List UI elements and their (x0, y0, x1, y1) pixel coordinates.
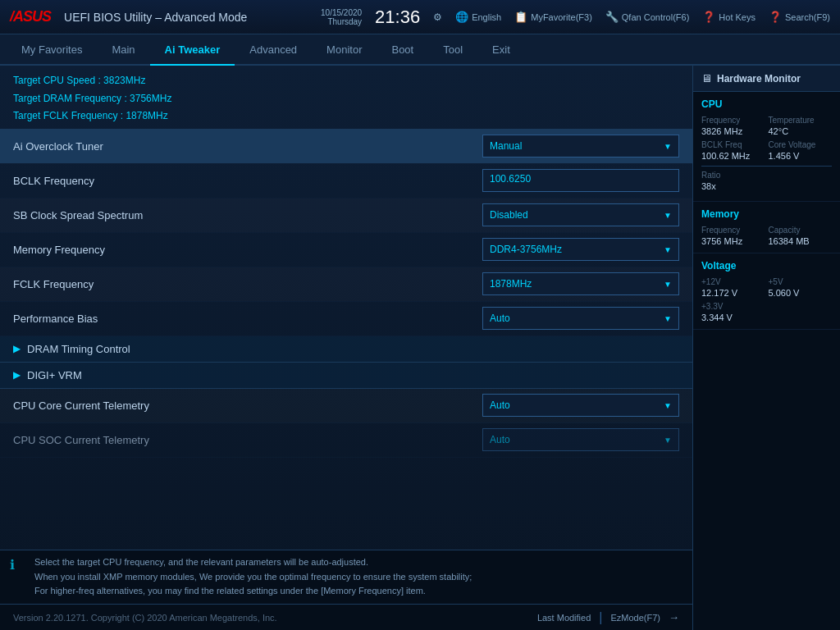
setting-label-cpu-soc-telemetry: CPU SOC Current Telemetry (13, 434, 482, 446)
perf-bias-select[interactable]: Auto ▼ (482, 307, 679, 330)
hw-cpu-temp-label: Temperature (769, 116, 833, 125)
hw-bclk-value: 100.62 MHz (701, 151, 765, 161)
memory-freq-dropdown[interactable]: DDR4-3756MHz ▼ (482, 238, 679, 261)
hw-12v-value: 12.172 V (701, 288, 765, 298)
footer-version: Version 2.20.1271. Copyright (C) 2020 Am… (13, 613, 277, 623)
settings-table: Ai Overclock Tuner Manual ▼ BCLK Frequen… (0, 130, 692, 550)
hardware-monitor-panel: 🖥 Hardware Monitor CPU Frequency 3826 MH… (692, 66, 840, 630)
qfan-button[interactable]: 🔧 Qfan Control(F6) (605, 11, 690, 23)
header-controls: 10/15/2020 Thursday 21:36 ⚙ 🌐 English 📋 … (321, 8, 830, 26)
hw-core-voltage-label: Core Voltage (769, 141, 833, 149)
dropdown-arrow-icon: ▼ (664, 401, 672, 410)
nav-main[interactable]: Main (97, 34, 149, 66)
sb-clock-select[interactable]: Disabled ▼ (482, 203, 679, 226)
dropdown-arrow-icon: ▼ (664, 142, 672, 151)
monitor-title: Hardware Monitor (717, 73, 801, 84)
dropdown-arrow-icon: ▼ (664, 314, 672, 323)
help-icon: ❓ (702, 11, 715, 23)
table-row: SB Clock Spread Spectrum Disabled ▼ (0, 199, 692, 233)
hw-item-bclk: BCLK Freq 100.62 MHz (701, 141, 765, 161)
table-row: Performance Bias Auto ▼ (0, 302, 692, 336)
fclk-dropdown[interactable]: 1878MHz ▼ (482, 272, 679, 295)
nav-ai-tweaker[interactable]: Ai Tweaker (150, 34, 235, 66)
hw-bclk-label: BCLK Freq (701, 141, 765, 149)
chevron-right-icon: ▶ (13, 369, 21, 381)
fclk-select[interactable]: 1878MHz ▼ (482, 272, 679, 295)
qfan-label: Qfan Control(F6) (622, 12, 690, 22)
info-text: Select the target CPU frequency, and the… (34, 555, 472, 599)
fan-icon: 🔧 (605, 11, 619, 23)
myfavorite-button[interactable]: 📋 MyFavorite(F3) (514, 11, 592, 23)
info-row-dram-freq: Target DRAM Frequency : 3756MHz (13, 90, 679, 108)
cpu-soc-telemetry-dropdown[interactable]: Auto ▼ (482, 428, 679, 451)
setting-label-cpu-core-telemetry: CPU Core Current Telemetry (13, 399, 482, 412)
nav-exit[interactable]: Exit (477, 34, 525, 66)
section-dram-timing[interactable]: ▶ DRAM Timing Control (0, 336, 692, 363)
hw-mem-freq-value: 3756 MHz (701, 236, 765, 246)
language-button[interactable]: 🌐 English (455, 11, 501, 23)
hw-5v-value: 5.060 V (769, 288, 833, 298)
navbar: My Favorites Main Ai Tweaker Advanced Mo… (0, 34, 840, 66)
myfavorite-label: MyFavorite(F3) (531, 12, 592, 22)
section-label-digi: DIGI+ VRM (27, 369, 82, 381)
nav-my-favorites[interactable]: My Favorites (7, 34, 97, 66)
header: /ASUS UEFI BIOS Utility – Advanced Mode … (0, 0, 840, 34)
search-label: Search(F9) (785, 12, 830, 22)
settings-icon[interactable]: ⚙ (433, 11, 442, 23)
hw-33v-value: 3.344 V (701, 313, 765, 322)
sb-clock-dropdown[interactable]: Disabled ▼ (482, 203, 679, 226)
bclk-input-container: 100.6250 (482, 169, 679, 192)
setting-label-memory-freq: Memory Frequency (13, 244, 482, 256)
last-modified-button[interactable]: Last Modified (531, 611, 597, 624)
table-row: CPU SOC Current Telemetry Auto ▼ (0, 423, 692, 458)
cpu-core-telemetry-dropdown[interactable]: Auto ▼ (482, 394, 679, 417)
dropdown-arrow-icon: ▼ (664, 211, 672, 220)
nav-advanced[interactable]: Advanced (235, 34, 312, 66)
globe-icon: 🌐 (455, 11, 468, 23)
day: Thursday (327, 17, 362, 26)
date: 10/15/2020 (321, 8, 362, 17)
cpu-core-telemetry-value: Auto (490, 399, 510, 411)
hw-cpu-grid: Frequency 3826 MHz Temperature 42°C BCLK… (701, 116, 832, 161)
hw-memory-title: Memory (701, 208, 832, 220)
bottom-info-bar: ℹ Select the target CPU frequency, and t… (0, 550, 692, 604)
asus-logo-icon: /ASUS (10, 8, 51, 25)
search-icon: ❓ (769, 11, 782, 23)
table-row: CPU Core Current Telemetry Auto ▼ (0, 389, 692, 423)
memory-freq-select[interactable]: DDR4-3756MHz ▼ (482, 238, 679, 261)
nav-monitor[interactable]: Monitor (312, 34, 377, 66)
search-button[interactable]: ❓ Search(F9) (769, 11, 830, 23)
dropdown-arrow-icon: ▼ (664, 245, 672, 254)
ai-overclock-select[interactable]: Manual ▼ (482, 135, 679, 158)
language-label: English (472, 12, 501, 22)
monitor-icon: 🖥 (701, 72, 712, 84)
hw-mem-freq-label: Frequency (701, 226, 765, 235)
ai-overclock-dropdown[interactable]: Manual ▼ (482, 135, 679, 158)
hw-item-mem-cap: Capacity 16384 MB (769, 226, 833, 246)
section-digi-vrm[interactable]: ▶ DIGI+ VRM (0, 363, 692, 389)
perf-bias-dropdown[interactable]: Auto ▼ (482, 307, 679, 330)
asus-logo: /ASUS (10, 8, 51, 25)
fclk-value: 1878MHz (490, 278, 532, 290)
info-line-1: Select the target CPU frequency, and the… (34, 555, 472, 570)
hw-item-core-voltage: Core Voltage 1.456 V (769, 141, 833, 161)
info-line-3: For higher-freq alternatives, you may fi… (34, 584, 472, 599)
bclk-input[interactable]: 100.6250 (482, 169, 679, 192)
memory-freq-value: DDR4-3756MHz (490, 244, 562, 255)
nav-boot[interactable]: Boot (377, 34, 428, 66)
hotkeys-button[interactable]: ❓ Hot Keys (702, 11, 756, 23)
ez-mode-arrow-icon: → (669, 611, 679, 623)
setting-label-ai-overclock: Ai Overclock Tuner (13, 140, 482, 153)
ai-overclock-value: Manual (490, 140, 522, 152)
hw-separator (701, 166, 832, 167)
cpu-soc-telemetry-select[interactable]: Auto ▼ (482, 428, 679, 451)
dropdown-arrow-icon: ▼ (664, 436, 672, 445)
time-display: 21:36 (375, 8, 420, 26)
table-row: FCLK Frequency 1878MHz ▼ (0, 267, 692, 302)
ez-mode-button[interactable]: EzMode(F7) (604, 611, 667, 624)
hw-item-cpu-temp: Temperature 42°C (769, 116, 833, 136)
hw-5v-label: +5V (769, 278, 833, 286)
hw-item-12v: +12V 12.172 V (701, 278, 765, 298)
nav-tool[interactable]: Tool (428, 34, 477, 66)
cpu-core-telemetry-select[interactable]: Auto ▼ (482, 394, 679, 417)
